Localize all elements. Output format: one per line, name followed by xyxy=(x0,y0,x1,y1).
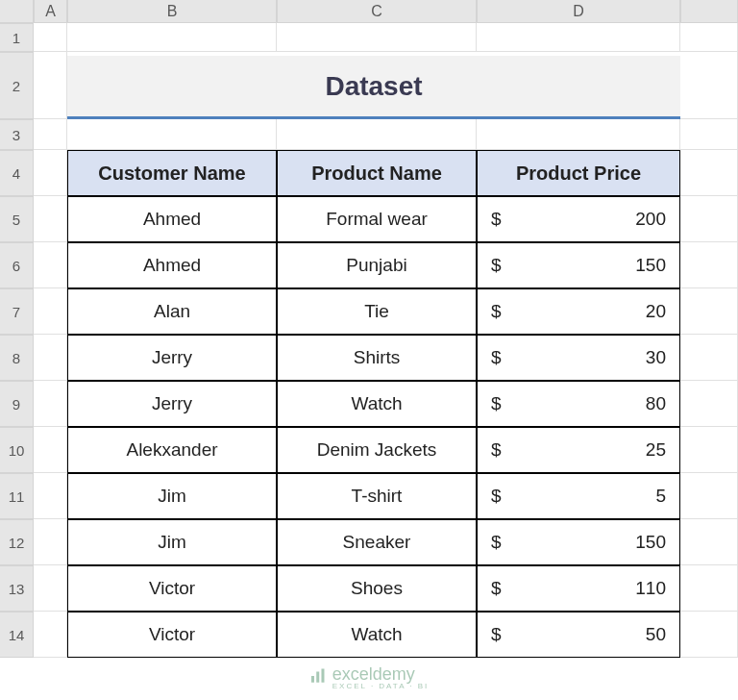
currency-symbol: $ xyxy=(491,393,502,414)
row-header-11[interactable]: 11 xyxy=(0,473,34,519)
currency-symbol: $ xyxy=(491,209,502,230)
cell-customer-11[interactable]: Jim xyxy=(67,473,277,519)
cell-A8[interactable] xyxy=(34,335,67,381)
cell-product-13[interactable]: Shoes xyxy=(277,565,477,612)
cell-A13[interactable] xyxy=(34,565,67,612)
cell-A2[interactable] xyxy=(34,52,67,119)
cell-price-9[interactable]: $80 xyxy=(477,381,680,427)
row-header-13[interactable]: 13 xyxy=(0,565,34,612)
cell-E13[interactable] xyxy=(680,565,738,612)
col-header-A[interactable]: A xyxy=(34,0,67,23)
row-header-4[interactable]: 4 xyxy=(0,150,34,196)
cell-product-11[interactable]: T-shirt xyxy=(277,473,477,519)
cell-E2[interactable] xyxy=(680,52,738,119)
row-header-1[interactable]: 1 xyxy=(0,23,34,52)
cell-product-6[interactable]: Punjabi xyxy=(277,242,477,288)
col-header-B[interactable]: B xyxy=(67,0,277,23)
cell-customer-9[interactable]: Jerry xyxy=(67,381,277,427)
dataset-title[interactable]: Dataset xyxy=(67,56,680,119)
cell-customer-10[interactable]: Alekxander xyxy=(67,427,277,473)
cell-A7[interactable] xyxy=(34,288,67,335)
cell-product-9[interactable]: Watch xyxy=(277,381,477,427)
row-header-2[interactable]: 2 xyxy=(0,52,34,119)
cell-E8[interactable] xyxy=(680,335,738,381)
cell-E3[interactable] xyxy=(680,119,738,150)
cell-customer-8[interactable]: Jerry xyxy=(67,335,277,381)
cell-E1[interactable] xyxy=(680,23,738,52)
cell-customer-5[interactable]: Ahmed xyxy=(67,196,277,242)
cell-product-14[interactable]: Watch xyxy=(277,612,477,658)
price-amount: 200 xyxy=(635,209,666,230)
cell-A12[interactable] xyxy=(34,519,67,565)
header-price[interactable]: Product Price xyxy=(477,150,680,196)
cell-E14[interactable] xyxy=(680,612,738,658)
row-header-14[interactable]: 14 xyxy=(0,612,34,658)
cell-D1[interactable] xyxy=(477,23,680,52)
currency-symbol: $ xyxy=(491,347,502,368)
cell-A11[interactable] xyxy=(34,473,67,519)
cell-E12[interactable] xyxy=(680,519,738,565)
cell-A1[interactable] xyxy=(34,23,67,52)
cell-price-7[interactable]: $20 xyxy=(477,288,680,335)
col-header-D[interactable]: D xyxy=(477,0,680,23)
cell-C3[interactable] xyxy=(277,119,477,150)
row-header-3[interactable]: 3 xyxy=(0,119,34,150)
watermark-text: exceldemy xyxy=(332,665,415,683)
cell-E7[interactable] xyxy=(680,288,738,335)
cell-E10[interactable] xyxy=(680,427,738,473)
cell-price-13[interactable]: $110 xyxy=(477,565,680,612)
header-product[interactable]: Product Name xyxy=(277,150,477,196)
row-header-5[interactable]: 5 xyxy=(0,196,34,242)
cell-E5[interactable] xyxy=(680,196,738,242)
spreadsheet-grid: A B C D 1 2 Dataset 3 4 Customer Name Pr… xyxy=(0,0,738,658)
cell-price-8[interactable]: $30 xyxy=(477,335,680,381)
cell-product-8[interactable]: Shirts xyxy=(277,335,477,381)
price-amount: 25 xyxy=(646,439,666,461)
cell-E4[interactable] xyxy=(680,150,738,196)
row-header-6[interactable]: 6 xyxy=(0,242,34,288)
cell-price-11[interactable]: $5 xyxy=(477,473,680,519)
cell-C1[interactable] xyxy=(277,23,477,52)
cell-E6[interactable] xyxy=(680,242,738,288)
cell-A9[interactable] xyxy=(34,381,67,427)
row-header-10[interactable]: 10 xyxy=(0,427,34,473)
select-all-corner[interactable] xyxy=(0,0,34,23)
cell-B3[interactable] xyxy=(67,119,277,150)
cell-product-7[interactable]: Tie xyxy=(277,288,477,335)
cell-price-14[interactable]: $50 xyxy=(477,612,680,658)
row-header-7[interactable]: 7 xyxy=(0,288,34,335)
cell-price-12[interactable]: $150 xyxy=(477,519,680,565)
watermark: exceldemy EXCEL · DATA · BI xyxy=(309,665,430,690)
cell-A10[interactable] xyxy=(34,427,67,473)
cell-A5[interactable] xyxy=(34,196,67,242)
cell-price-6[interactable]: $150 xyxy=(477,242,680,288)
cell-product-12[interactable]: Sneaker xyxy=(277,519,477,565)
row-header-8[interactable]: 8 xyxy=(0,335,34,381)
cell-product-5[interactable]: Formal wear xyxy=(277,196,477,242)
col-header-empty[interactable] xyxy=(680,0,738,23)
watermark-sub: EXCEL · DATA · BI xyxy=(332,683,430,690)
cell-price-5[interactable]: $200 xyxy=(477,196,680,242)
header-customer[interactable]: Customer Name xyxy=(67,150,277,196)
cell-A6[interactable] xyxy=(34,242,67,288)
cell-A4[interactable] xyxy=(34,150,67,196)
currency-symbol: $ xyxy=(491,532,502,553)
cell-product-10[interactable]: Denim Jackets xyxy=(277,427,477,473)
row-header-12[interactable]: 12 xyxy=(0,519,34,565)
cell-customer-13[interactable]: Victor xyxy=(67,565,277,612)
cell-customer-7[interactable]: Alan xyxy=(67,288,277,335)
col-header-C[interactable]: C xyxy=(277,0,477,23)
cell-A3[interactable] xyxy=(34,119,67,150)
svg-rect-0 xyxy=(311,676,314,683)
cell-E9[interactable] xyxy=(680,381,738,427)
cell-customer-6[interactable]: Ahmed xyxy=(67,242,277,288)
cell-customer-14[interactable]: Victor xyxy=(67,612,277,658)
cell-B1[interactable] xyxy=(67,23,277,52)
cell-price-10[interactable]: $25 xyxy=(477,427,680,473)
cell-E11[interactable] xyxy=(680,473,738,519)
cell-customer-12[interactable]: Jim xyxy=(67,519,277,565)
price-amount: 30 xyxy=(646,347,666,368)
cell-D3[interactable] xyxy=(477,119,680,150)
cell-A14[interactable] xyxy=(34,612,67,658)
row-header-9[interactable]: 9 xyxy=(0,381,34,427)
